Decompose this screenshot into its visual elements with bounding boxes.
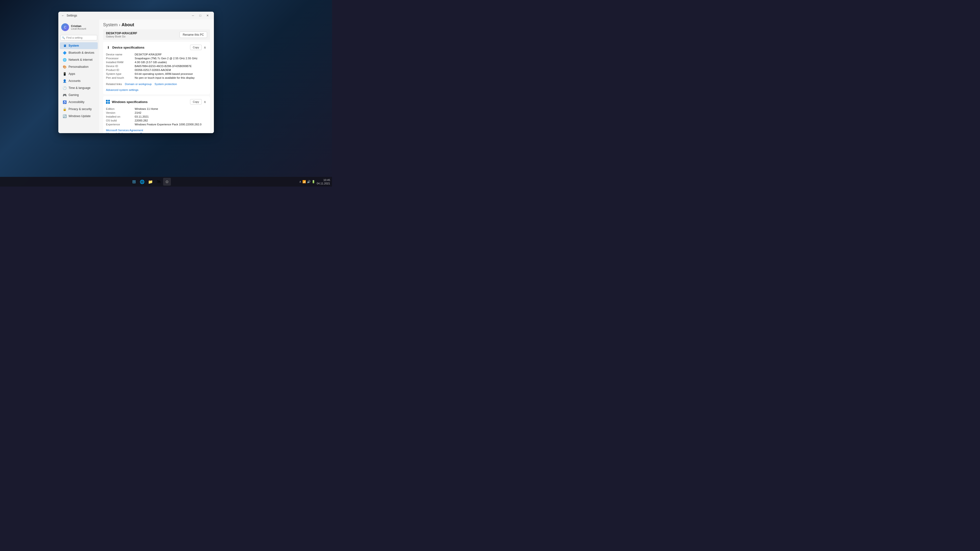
explorer-icon[interactable]: 📁 [146, 178, 154, 186]
user-name: Cristian [71, 25, 86, 27]
advanced-system-settings-link[interactable]: Advanced system settings [106, 89, 138, 91]
windows-legal-link[interactable]: Microsoft Software Licence Terms [106, 132, 207, 133]
nav-label-system: System [68, 44, 79, 48]
spec-value: No pen or touch input is available for t… [135, 76, 207, 79]
settings-icon[interactable]: ⚙ [163, 178, 171, 186]
nav-label-accounts: Accounts [68, 79, 80, 83]
user-account-type: Local Account [71, 27, 86, 30]
table-row: Device name DESKTOP-KRA1ERF [106, 52, 207, 56]
taskbar-time-display: 10:45 [317, 178, 330, 182]
sidebar-item-privacy[interactable]: 🔒 Privacy & security [60, 106, 98, 113]
sidebar-item-system[interactable]: 🖥 System [60, 42, 98, 49]
nav-icon-update: 🔄 [63, 114, 67, 118]
system-protection-link[interactable]: System protection [154, 83, 177, 86]
device-specs-table: Device name DESKTOP-KRA1ERF Processor Sn… [106, 52, 207, 80]
windows-specs-copy-button[interactable]: Copy [190, 99, 202, 105]
spec-value: DESKTOP-KRA1ERF [135, 53, 207, 56]
spec-value: 03.11.2021 [135, 115, 207, 118]
table-row: OS build 22000.282 [106, 119, 207, 122]
user-info: Cristian Local Account [71, 25, 86, 30]
device-model: Galaxy Book Go [106, 35, 137, 38]
sidebar-item-accounts[interactable]: 👤 Accounts [60, 78, 98, 84]
related-links: Related links Domain or workgroup System… [106, 83, 207, 91]
table-row: Product ID 00356-02517-02693-AAOEM [106, 68, 207, 72]
sidebar-item-personalisation[interactable]: 🎨 Personalisation [60, 64, 98, 70]
sidebar-item-apps[interactable]: 📱 Apps [60, 70, 98, 77]
spec-value: 64-bit operating system, ARM-based proce… [135, 72, 207, 75]
sidebar-item-update[interactable]: 🔄 Windows Update [60, 113, 98, 119]
device-specs-header: ℹ Device specifications Copy ∧ [106, 45, 207, 50]
device-info: DESKTOP-KRA1ERF Galaxy Book Go [106, 31, 137, 38]
spec-label: Pen and touch [106, 76, 133, 79]
nav-icon-apps: 📱 [63, 72, 67, 76]
battery-icon: 🔋 [312, 180, 315, 183]
spec-label: Version [106, 111, 133, 114]
nav-label-network: Network & internet [68, 58, 92, 62]
spec-value: 4.00 GB (3.57 GB usable) [135, 61, 207, 64]
taskbar-center: ⊞ 🌐 📁 🛍 ⚙ [2, 178, 299, 186]
spec-label: System type [106, 72, 133, 75]
windows-legal-link[interactable]: Microsoft Services Agreement [106, 129, 207, 132]
device-specs-collapse-button[interactable]: ∧ [203, 45, 207, 49]
sidebar-item-accessibility[interactable]: ♿ Accessibility [60, 98, 98, 105]
title-bar: ← Settings ─ □ ✕ [58, 12, 214, 19]
search-input[interactable] [60, 35, 97, 40]
title-bar-left: ← Settings [61, 14, 77, 17]
breadcrumb-current: About [121, 22, 134, 27]
spec-label: Installed RAM [106, 61, 133, 64]
nav-list: 🖥 System 🔷 Bluetooth & devices 🌐 Network… [58, 42, 99, 119]
spec-value: Snapdragon (TM) 7c Gen 2 @ 2.55 GHz 2.55… [135, 57, 207, 60]
breadcrumb-parent: System [103, 22, 118, 27]
table-row: Version 21H2 [106, 111, 207, 115]
nav-label-time: Time & language [68, 86, 91, 90]
nav-label-update: Windows Update [68, 114, 91, 118]
table-row: Installed on 03.11.2021 [106, 115, 207, 119]
nav-icon-bluetooth: 🔷 [63, 51, 67, 55]
device-specs-controls: Copy ∧ [190, 45, 207, 50]
nav-icon-accessibility: ♿ [63, 100, 67, 104]
sidebar-item-network[interactable]: 🌐 Network & internet [60, 56, 98, 63]
table-row: Pen and touch No pen or touch input is a… [106, 76, 207, 80]
content-header: System › About [99, 19, 214, 29]
search-box: 🔍 [60, 35, 97, 40]
table-row: Edition Windows 11 Home [106, 107, 207, 111]
store-icon[interactable]: 🛍 [155, 178, 162, 186]
taskbar-clock[interactable]: 10:45 04.11.2021 [317, 178, 330, 185]
start-button[interactable]: ⊞ [130, 178, 138, 186]
nav-label-apps: Apps [68, 72, 75, 76]
device-specs-section: ℹ Device specifications Copy ∧ Device na… [103, 42, 210, 94]
spec-label: Processor [106, 57, 133, 60]
sidebar-item-bluetooth[interactable]: 🔷 Bluetooth & devices [60, 49, 98, 56]
domain-workgroup-link[interactable]: Domain or workgroup [125, 83, 152, 86]
windows-specs-header: Windows specifications Copy ∧ [106, 99, 207, 105]
table-row: System type 64-bit operating system, ARM… [106, 72, 207, 76]
close-button[interactable]: ✕ [204, 13, 211, 18]
taskbar-right: ∧ 📶 🔊 🔋 10:45 04.11.2021 [299, 178, 330, 185]
sidebar-item-time[interactable]: 🕐 Time & language [60, 84, 98, 91]
device-specs-copy-button[interactable]: Copy [190, 45, 202, 50]
edge-icon[interactable]: 🌐 [138, 178, 146, 186]
spec-label: OS build [106, 119, 133, 122]
table-row: Processor Snapdragon (TM) 7c Gen 2 @ 2.5… [106, 56, 207, 60]
table-row: Experience Windows Feature Experience Pa… [106, 122, 207, 126]
windows-specs-collapse-button[interactable]: ∧ [203, 100, 207, 104]
tray-arrow[interactable]: ∧ [299, 180, 301, 183]
sidebar-item-gaming[interactable]: 🎮 Gaming [60, 92, 98, 98]
spec-label: Product ID [106, 68, 133, 71]
taskbar-date-display: 04.11.2021 [317, 182, 330, 185]
wifi-icon: 📶 [302, 180, 306, 183]
minimize-button[interactable]: ─ [189, 13, 196, 18]
title-bar-controls: ─ □ ✕ [189, 13, 211, 18]
back-button[interactable]: ← [61, 14, 65, 17]
system-tray: ∧ 📶 🔊 🔋 [299, 180, 315, 183]
nav-label-personalisation: Personalisation [68, 65, 89, 68]
maximize-button[interactable]: □ [197, 13, 204, 18]
device-banner: DESKTOP-KRA1ERF Galaxy Book Go Rename th… [103, 29, 210, 40]
windows-specs-controls: Copy ∧ [190, 99, 207, 105]
main-content: System › About DESKTOP-KRA1ERF Galaxy Bo… [99, 19, 214, 133]
windows-specs-title: Windows specifications [106, 100, 148, 104]
rename-pc-button[interactable]: Rename this PC [180, 32, 207, 38]
device-hostname: DESKTOP-KRA1ERF [106, 31, 137, 35]
window-title: Settings [67, 14, 77, 17]
related-links-label: Related links [106, 83, 122, 86]
